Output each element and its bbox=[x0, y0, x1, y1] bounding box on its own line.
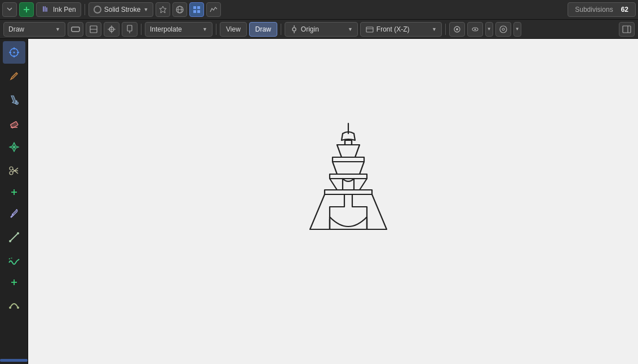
eraser-tool[interactable] bbox=[3, 112, 25, 135]
svg-point-43 bbox=[13, 146, 15, 148]
mode-dropdown[interactable]: Draw ▼ bbox=[3, 22, 65, 37]
svg-rect-59 bbox=[345, 140, 352, 145]
svg-rect-12 bbox=[72, 27, 79, 32]
stroke-circle-icon bbox=[94, 6, 101, 14]
svg-rect-62 bbox=[325, 190, 372, 194]
header-bar: Ink Pen Solid Stroke ▼ bbox=[0, 0, 638, 20]
snap-btn[interactable] bbox=[467, 22, 483, 37]
proportional-group: ▼ bbox=[513, 22, 521, 37]
tb2-sep4 bbox=[445, 24, 446, 35]
grid-icon-btn[interactable] bbox=[189, 2, 204, 17]
ink-pen-tool[interactable] bbox=[3, 136, 25, 158]
stroke-label: Solid Stroke bbox=[104, 6, 141, 14]
main-layout bbox=[0, 39, 638, 364]
tool-dropdown-arrow[interactable] bbox=[2, 2, 17, 17]
svg-point-45 bbox=[10, 167, 13, 170]
svg-point-37 bbox=[13, 52, 15, 54]
pencil-icon bbox=[8, 70, 20, 82]
proportional-dropdown-btn[interactable]: ▼ bbox=[513, 22, 521, 37]
pin-icon-btn[interactable] bbox=[156, 2, 170, 17]
add-tool-btn[interactable] bbox=[3, 183, 25, 201]
svg-rect-60 bbox=[333, 157, 364, 162]
svg-rect-30 bbox=[623, 26, 631, 33]
scissors-icon bbox=[8, 165, 20, 177]
toolbar2: Draw ▼ Interpolate ▼ View bbox=[0, 20, 638, 39]
tool-name-segment[interactable]: Ink Pen bbox=[36, 2, 81, 17]
view-mode-dropdown[interactable]: Front (X-Z) ▼ bbox=[360, 22, 442, 37]
wave-icon bbox=[8, 255, 20, 267]
snap-chevron-icon: ▼ bbox=[487, 26, 491, 32]
ink-pen-icon bbox=[8, 141, 20, 153]
svg-point-57 bbox=[17, 307, 19, 309]
transform-btn[interactable] bbox=[86, 22, 101, 37]
eyedropper-icon bbox=[8, 207, 20, 220]
line-icon bbox=[8, 231, 20, 243]
subdivisions-box[interactable]: Subdivisions 62 bbox=[568, 2, 636, 17]
origin-btn[interactable] bbox=[104, 22, 119, 37]
fill-icon bbox=[8, 94, 20, 106]
eraser-icon bbox=[8, 117, 20, 130]
origin-dropdown[interactable]: Origin ▼ bbox=[285, 22, 358, 37]
svg-line-51 bbox=[10, 233, 18, 241]
plus2-icon bbox=[10, 278, 18, 286]
tb2-sep3 bbox=[281, 24, 281, 35]
interpolate-dropdown[interactable]: Interpolate ▼ bbox=[145, 22, 212, 37]
svg-rect-11 bbox=[197, 10, 200, 13]
curve-tool[interactable] bbox=[3, 292, 25, 315]
view-options-btn[interactable] bbox=[449, 22, 465, 37]
wave-tool[interactable] bbox=[3, 250, 25, 272]
svg-rect-18 bbox=[127, 25, 132, 31]
plus-icon bbox=[10, 188, 18, 196]
view-mode-chevron: ▼ bbox=[432, 26, 437, 32]
interpolate-label: Interpolate bbox=[150, 25, 182, 33]
tb2-sep1 bbox=[141, 24, 141, 35]
svg-point-53 bbox=[17, 232, 19, 234]
view-mode-label: Front (X-Z) bbox=[376, 25, 410, 33]
svg-rect-8 bbox=[193, 6, 196, 9]
globe-icon-btn[interactable] bbox=[172, 2, 187, 17]
svg-point-29 bbox=[502, 28, 504, 30]
origin-icon bbox=[290, 25, 299, 34]
stroke-chevron: ▼ bbox=[143, 7, 148, 12]
interpolate-chevron: ▼ bbox=[202, 26, 207, 32]
canvas-area[interactable] bbox=[28, 39, 638, 364]
stroke-path-btn[interactable] bbox=[68, 22, 83, 37]
svg-rect-3 bbox=[45, 6, 46, 12]
right-panel-btn[interactable] bbox=[619, 22, 635, 37]
svg-point-56 bbox=[9, 307, 11, 309]
snap-dropdown-btn[interactable]: ▼ bbox=[485, 22, 493, 37]
subdivisions-label: Subdivisions bbox=[573, 6, 615, 14]
view-mode-icon bbox=[365, 25, 374, 34]
svg-point-20 bbox=[293, 28, 296, 31]
draw-tool[interactable] bbox=[3, 65, 25, 87]
mode-dropdown-label: Draw bbox=[8, 25, 24, 33]
svg-rect-10 bbox=[193, 10, 196, 13]
graph-icon-btn[interactable] bbox=[206, 2, 221, 17]
fill-tool[interactable] bbox=[3, 88, 25, 111]
draw-btn[interactable]: Draw bbox=[249, 22, 277, 37]
stroke-selector[interactable]: Solid Stroke ▼ bbox=[88, 2, 154, 17]
select-tool[interactable] bbox=[3, 41, 25, 64]
tool-name-label: Ink Pen bbox=[53, 6, 76, 14]
svg-point-27 bbox=[474, 28, 476, 30]
line-tool[interactable] bbox=[3, 226, 25, 248]
svg-rect-2 bbox=[43, 6, 44, 12]
view-btn[interactable]: View bbox=[220, 22, 247, 37]
eyedropper-tool[interactable] bbox=[3, 202, 25, 225]
divider-1 bbox=[85, 4, 85, 15]
plus-tool-btn[interactable] bbox=[19, 2, 34, 17]
add-tool2-btn[interactable] bbox=[3, 273, 25, 291]
crosshair-icon bbox=[8, 46, 20, 59]
svg-rect-61 bbox=[330, 174, 367, 179]
drawing-canvas bbox=[28, 39, 638, 364]
origin-chevron: ▼ bbox=[348, 26, 353, 32]
svg-rect-9 bbox=[197, 6, 200, 9]
proportional-btn[interactable] bbox=[495, 22, 511, 37]
svg-point-44 bbox=[10, 171, 13, 175]
header-right: Subdivisions 62 bbox=[568, 2, 636, 17]
subdivisions-value: 62 bbox=[619, 6, 631, 14]
svg-rect-4 bbox=[46, 7, 47, 12]
pin2-btn[interactable] bbox=[122, 22, 138, 37]
mode-chevron: ▼ bbox=[55, 26, 60, 32]
cut-tool[interactable] bbox=[3, 159, 25, 182]
